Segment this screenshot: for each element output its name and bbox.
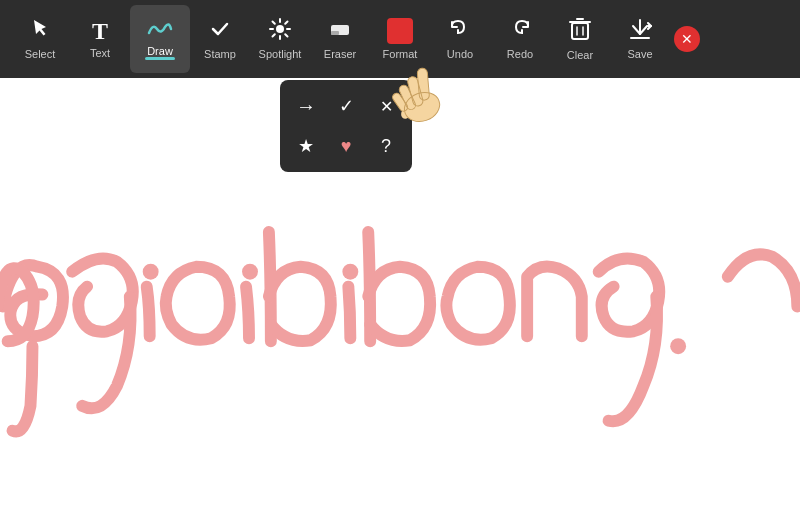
svg-rect-11	[572, 23, 588, 39]
select-icon	[29, 18, 51, 44]
redo-label: Redo	[507, 48, 533, 60]
svg-point-31	[242, 264, 258, 280]
draw-label: Draw	[147, 45, 173, 57]
toolbar-text[interactable]: T Text	[70, 5, 130, 73]
eraser-icon	[328, 18, 352, 44]
toolbar-clear[interactable]: Clear	[550, 5, 610, 73]
draw-active-indicator	[145, 57, 175, 60]
undo-label: Undo	[447, 48, 473, 60]
stamp-heart[interactable]: ♥	[328, 128, 364, 164]
format-label: Format	[383, 48, 418, 60]
toolbar-select[interactable]: Select	[10, 5, 70, 73]
spotlight-icon	[269, 18, 291, 44]
toolbar-draw[interactable]: Draw	[130, 5, 190, 73]
select-label: Select	[25, 48, 56, 60]
draw-icon	[147, 19, 173, 41]
svg-line-6	[285, 34, 287, 36]
stamp-close[interactable]: ✕	[368, 88, 404, 124]
stamp-label: Stamp	[204, 48, 236, 60]
svg-line-8	[273, 34, 275, 36]
save-label: Save	[627, 48, 652, 60]
clear-icon	[569, 17, 591, 45]
format-icon	[387, 18, 413, 44]
undo-icon	[448, 18, 472, 44]
text-label: Text	[90, 47, 110, 59]
close-button[interactable]: ✕	[674, 26, 700, 52]
toolbar-format[interactable]: Format	[370, 5, 430, 73]
toolbar: Select T Text Draw Stamp	[0, 0, 800, 78]
toolbar-undo[interactable]: Undo	[430, 5, 490, 73]
redo-icon	[508, 18, 532, 44]
toolbar-stamp[interactable]: Stamp	[190, 5, 250, 73]
svg-point-32	[342, 264, 358, 280]
toolbar-spotlight[interactable]: Spotlight	[250, 5, 310, 73]
stamp-check[interactable]: ✓	[328, 88, 364, 124]
stamp-star[interactable]: ★	[288, 128, 324, 164]
save-icon	[628, 18, 652, 44]
svg-point-0	[276, 25, 284, 33]
clear-label: Clear	[567, 49, 593, 61]
stamp-question[interactable]: ?	[368, 128, 404, 164]
svg-line-5	[273, 22, 275, 24]
stamp-arrow[interactable]: →	[288, 88, 324, 124]
text-icon: T	[92, 19, 108, 43]
stamp-icon	[209, 18, 231, 44]
spotlight-label: Spotlight	[259, 48, 302, 60]
stamp-popup: → ✓ ✕ ★ ♥ ?	[280, 80, 412, 172]
svg-point-30	[143, 264, 159, 280]
toolbar-eraser[interactable]: Eraser	[310, 5, 370, 73]
svg-point-33	[670, 338, 686, 354]
toolbar-redo[interactable]: Redo	[490, 5, 550, 73]
eraser-label: Eraser	[324, 48, 356, 60]
toolbar-save[interactable]: Save	[610, 5, 670, 73]
svg-line-7	[285, 22, 287, 24]
svg-rect-10	[331, 31, 339, 35]
